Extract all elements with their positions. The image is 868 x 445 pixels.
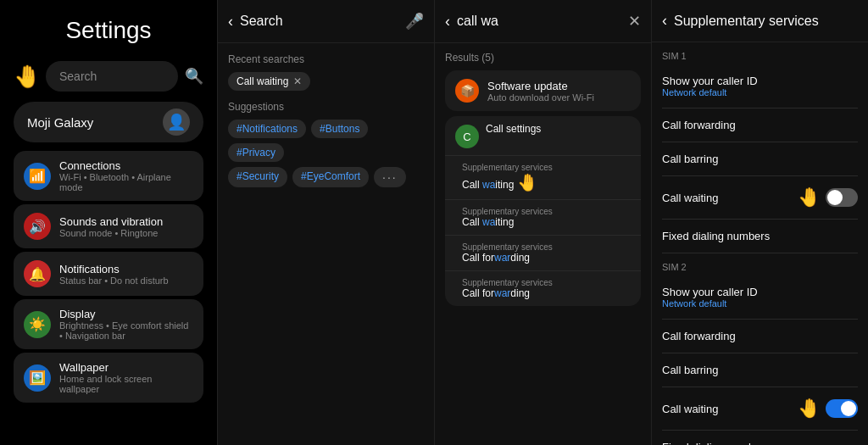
settings-item-notifications[interactable]: 🔔 Notifications Status bar • Do not dist… xyxy=(14,252,203,296)
result-software-update[interactable]: 📦 Software update Auto download over Wi-… xyxy=(445,70,641,111)
username-label: Moji Galaxy xyxy=(27,115,163,130)
search-header: ‹ Search 🎤 xyxy=(218,0,434,43)
software-update-icon: 📦 xyxy=(455,79,479,103)
sounds-sub: Sound mode • Ringtone xyxy=(59,228,163,238)
sim2-caller-id-title: Show your caller ID xyxy=(662,286,758,298)
wallpaper-title: Wallpaper xyxy=(59,361,193,374)
results-body: Results (5) 📦 Software update Auto downl… xyxy=(435,43,651,320)
sim1-call-waiting-toggle[interactable] xyxy=(826,188,858,207)
chip-security[interactable]: #Security xyxy=(228,167,287,187)
result-call-forwarding-1[interactable]: Supplementary services Call forwarding xyxy=(445,236,641,271)
sounds-icon: 🔊 xyxy=(24,213,51,240)
supp-back-button[interactable]: ‹ xyxy=(662,12,667,30)
sim1-caller-id-sub: Network default xyxy=(662,87,758,97)
recent-label: Recent searches xyxy=(228,53,424,65)
call-waiting-title-2: Call waiting xyxy=(462,216,631,228)
settings-item-wallpaper[interactable]: 🖼️ Wallpaper Home and lock screen wallpa… xyxy=(14,353,203,403)
result-call-waiting-1[interactable]: Supplementary services Call waiting 🤚 xyxy=(445,156,641,200)
recent-chip-text: Call waiting xyxy=(236,75,288,87)
sim2-fixed-dialing[interactable]: Fixed dialing numbers xyxy=(662,431,858,445)
sim2-call-barring[interactable]: Call barring xyxy=(662,353,858,387)
sim1-call-forwarding[interactable]: Call forwarding xyxy=(662,108,858,142)
wallpaper-icon: 🖼️ xyxy=(24,364,51,392)
search-bar[interactable]: Search xyxy=(46,61,178,92)
sim2-barring-title: Call barring xyxy=(662,364,718,376)
search-body: Recent searches Call waiting ✕ Suggestio… xyxy=(218,43,434,203)
sim2-call-waiting[interactable]: Call waiting 🤚 xyxy=(662,387,858,431)
suggestions-label: Suggestions xyxy=(228,101,424,113)
search-bar-row: 🤚 Search 🔍 xyxy=(14,61,203,92)
chips-row-2: #Security #EyeComfort ··· xyxy=(228,167,424,187)
sounds-title: Sounds and vibration xyxy=(59,215,163,228)
sim1-waiting-title: Call waiting xyxy=(662,192,718,204)
call-forwarding-title-1: Call forwarding xyxy=(462,252,631,264)
search-results-panel: ‹ call wa ✕ Results (5) 📦 Software updat… xyxy=(434,0,651,445)
more-chips-button[interactable]: ··· xyxy=(374,167,406,187)
supp-services-label-3: Supplementary services xyxy=(462,242,631,252)
mic-icon[interactable]: 🎤 xyxy=(405,12,424,31)
sim1-forwarding-title: Call forwarding xyxy=(662,119,736,131)
sim1-caller-id-title: Show your caller ID xyxy=(662,75,758,87)
chip-notifications[interactable]: #Notifications xyxy=(228,120,306,138)
notifications-sub: Status bar • Do not disturb xyxy=(59,275,169,286)
display-icon: ☀️ xyxy=(24,311,51,338)
sim1-call-barring[interactable]: Call barring xyxy=(662,142,858,176)
supp-body: SIM 1 Show your caller ID Network defaul… xyxy=(652,42,868,445)
sim1-fixed-dialing[interactable]: Fixed dialing numbers xyxy=(662,220,858,253)
sim2-show-caller-id[interactable]: Show your caller ID Network default xyxy=(662,275,858,320)
recent-chip[interactable]: Call waiting ✕ xyxy=(228,72,310,91)
settings-panel: Settings 🤚 Search 🔍 Moji Galaxy 👤 📶 Conn… xyxy=(0,0,217,445)
sim1-label: SIM 1 xyxy=(662,42,858,64)
display-title: Display xyxy=(59,308,193,320)
notifications-title: Notifications xyxy=(59,263,169,275)
sim2-fixed-dialing-title: Fixed dialing numbers xyxy=(662,441,770,445)
result-call-forwarding-2[interactable]: Supplementary services Call forwarding xyxy=(445,271,641,306)
call-settings-icon: C xyxy=(455,125,479,148)
connections-title: Connections xyxy=(59,159,193,172)
call-forwarding-title-2: Call forwarding xyxy=(462,287,631,299)
user-name-row[interactable]: Moji Galaxy 👤 xyxy=(14,102,203,142)
supp-services-label-1: Supplementary services xyxy=(462,163,631,172)
sim2-label: SIM 2 xyxy=(662,253,858,275)
clear-search-button[interactable]: ✕ xyxy=(628,12,641,31)
sim1-barring-title: Call barring xyxy=(662,153,718,165)
sim2-call-forwarding[interactable]: Call forwarding xyxy=(662,320,858,353)
page-title: Settings xyxy=(14,17,203,44)
avatar: 👤 xyxy=(163,108,190,136)
connections-sub: Wi-Fi • Bluetooth • Airplane mode xyxy=(59,172,193,192)
search-query: call wa xyxy=(457,14,621,29)
chip-privacy[interactable]: #Privacy xyxy=(228,143,284,162)
call-settings-group: C Call settings Supplementary services C… xyxy=(445,116,641,306)
sim2-waiting-title: Call waiting xyxy=(662,403,718,415)
call-settings-header-item[interactable]: C Call settings xyxy=(445,116,641,156)
sim2-caller-id-sub: Network default xyxy=(662,298,758,309)
sim2-hand-icon: 🤚 xyxy=(798,398,821,420)
settings-list: 📶 Connections Wi-Fi • Bluetooth • Airpla… xyxy=(14,151,203,403)
supp-title: Supplementary services xyxy=(674,14,819,29)
software-update-title: Software update xyxy=(487,80,594,92)
supp-header: ‹ Supplementary services xyxy=(652,0,868,42)
chip-eyecomfort[interactable]: #EyeComfort xyxy=(292,167,369,187)
sim2-forwarding-title: Call forwarding xyxy=(662,330,736,342)
settings-item-connections[interactable]: 📶 Connections Wi-Fi • Bluetooth • Airpla… xyxy=(14,151,203,201)
hand-pointer-icon: 🤚 xyxy=(14,64,41,90)
sim1-call-waiting[interactable]: Call waiting 🤚 xyxy=(662,176,858,220)
settings-item-sounds[interactable]: 🔊 Sounds and vibration Sound mode • Ring… xyxy=(14,204,203,248)
result-call-waiting-2[interactable]: Supplementary services Call waiting xyxy=(445,200,641,236)
chips-row-1: #Notifications #Buttons #Privacy xyxy=(228,120,424,162)
settings-item-display[interactable]: ☀️ Display Brightness • Eye comfort shie… xyxy=(14,299,203,349)
sim1-fixed-dialing-title: Fixed dialing numbers xyxy=(662,230,770,242)
search-placeholder: Search xyxy=(59,70,97,83)
results-back-button[interactable]: ‹ xyxy=(445,13,450,31)
search-header-text: Search xyxy=(240,14,398,29)
chip-buttons[interactable]: #Buttons xyxy=(311,120,368,138)
wallpaper-sub: Home and lock screen wallpaper xyxy=(59,374,193,394)
sim1-show-caller-id[interactable]: Show your caller ID Network default xyxy=(662,64,858,108)
remove-chip-button[interactable]: ✕ xyxy=(293,75,302,87)
supp-services-label-4: Supplementary services xyxy=(462,278,631,287)
sim2-call-waiting-toggle[interactable] xyxy=(826,399,858,418)
search-icon[interactable]: 🔍 xyxy=(185,67,203,86)
back-button[interactable]: ‹ xyxy=(228,13,233,31)
call-waiting-title-1: Call waiting 🤚 xyxy=(462,172,631,192)
results-count: Results (5) xyxy=(445,52,641,64)
